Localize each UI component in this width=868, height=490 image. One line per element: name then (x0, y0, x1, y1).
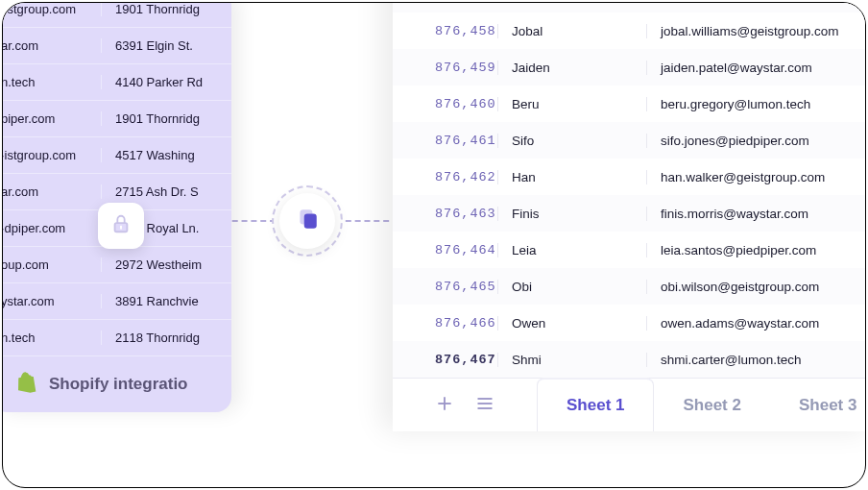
table-row[interactable]: 876,462 Han han.walker@geistgroup.com (393, 159, 866, 195)
table-row: ·istgroup.com 4517 Washing (2, 137, 231, 174)
table-row: ar.com 6391 Elgin St. (2, 28, 231, 64)
cell-email: jobal.williams@geistgroup.com (647, 24, 839, 38)
tab-sheet-1[interactable]: Sheet 1 (537, 378, 654, 431)
table-row[interactable]: 876,458 Jobal jobal.williams@geistgroup.… (393, 12, 866, 49)
copy-badge (279, 193, 335, 249)
cell-email: jaiden.patel@waystar.com (647, 61, 812, 75)
table-row: piper.com 1901 Thornridg (2, 101, 231, 137)
cell-domain: ar.com (2, 38, 102, 53)
table-row: oup.com 2972 Westheim (2, 247, 231, 283)
cell-id: 876,461 (393, 134, 498, 148)
cell-name: Obi (498, 280, 647, 294)
tab-sheet-2[interactable]: Sheet 2 (654, 379, 769, 432)
tab-sheet-3[interactable]: Sheet 3 (770, 379, 866, 432)
cell-name: Sifo (498, 134, 647, 148)
table-row: n.tech 4140 Parker Rd (2, 64, 231, 101)
cell-id: 876,464 (393, 243, 498, 257)
right-table: 876,458 Jobal jobal.williams@geistgroup.… (393, 2, 866, 378)
cell-domain: ystar.com (2, 294, 102, 308)
cell-address: 1901 Thornridg (102, 111, 200, 126)
cell-domain: n.tech (2, 75, 102, 89)
cell-name: Finis (498, 207, 647, 221)
tabs-bar: Sheet 1 Sheet 2 Sheet 3 (393, 378, 866, 431)
svg-rect-1 (120, 226, 122, 230)
cell-name: Han (498, 170, 647, 184)
cell-address: 1901 Thornridg (102, 2, 200, 16)
cell-domain: piper.com (2, 111, 102, 126)
cell-name: Shmi (498, 353, 647, 367)
plus-icon[interactable] (435, 394, 454, 417)
cell-domain: ·istgroup.com (2, 2, 102, 16)
shopify-row[interactable]: Shopify integratio (2, 356, 231, 412)
cell-address: 4517 Washing (102, 148, 195, 162)
cell-id: 876,462 (393, 170, 498, 184)
app-container: ·istgroup.com 1901 Thornridg ar.com 6391… (2, 2, 866, 488)
cell-email: beru.gregory@lumon.tech (647, 97, 810, 111)
lock-icon (110, 213, 132, 238)
cell-id: 876,465 (393, 280, 498, 294)
right-panel: 876,458 Jobal jobal.williams@geistgroup.… (393, 2, 866, 431)
cell-name: Jobal (498, 24, 647, 38)
cell-email: han.walker@geistgroup.com (647, 170, 825, 184)
cell-address: 2118 Thornridg (102, 331, 200, 345)
cell-id: 876,458 (393, 24, 498, 38)
cell-name: Beru (498, 97, 647, 111)
cell-address: 4140 Parker Rd (102, 75, 203, 89)
table-row (393, 2, 866, 12)
cell-id: 876,466 (393, 316, 498, 331)
cell-id: 876,467 (393, 353, 498, 367)
menu-icon[interactable] (475, 394, 494, 417)
cell-email: sifo.jones@piedpiper.com (647, 134, 809, 148)
table-row[interactable]: 876,464 Leia leia.santos@piedpiper.com (393, 232, 866, 268)
cell-address: 2972 Westheim (102, 257, 202, 272)
table-row[interactable]: 876,465 Obi obi.wilson@geistgroup.com (393, 268, 866, 305)
tab-controls (393, 394, 537, 417)
cell-domain: ·istgroup.com (2, 148, 102, 162)
cell-domain: oup.com (2, 257, 102, 272)
table-row: n.tech 2118 Thornridg (2, 320, 231, 356)
table-row[interactable]: 876,467 Shmi shmi.carter@lumon.tech (393, 341, 866, 378)
table-row[interactable]: 876,459 Jaiden jaiden.patel@waystar.com (393, 49, 866, 86)
cell-email: owen.adams@waystar.com (647, 316, 819, 331)
cell-email: shmi.carter@lumon.tech (647, 353, 802, 367)
shopify-icon (18, 372, 37, 397)
cell-email: obi.wilson@geistgroup.com (647, 280, 819, 294)
cell-name: Owen (498, 316, 647, 331)
lock-badge (98, 203, 144, 249)
table-row[interactable]: 876,461 Sifo sifo.jones@piedpiper.com (393, 122, 866, 159)
copy-icon (295, 207, 320, 235)
table-row: ystar.com 3891 Ranchvie (2, 283, 231, 320)
cell-domain: ·dpiper.com (2, 221, 102, 235)
cell-domain: ar.com (2, 184, 102, 199)
svg-rect-3 (304, 214, 317, 229)
cell-email: leia.santos@piedpiper.com (647, 243, 816, 257)
table-row[interactable]: 876,463 Finis finis.morris@waystar.com (393, 195, 866, 232)
cell-address: 2715 Ash Dr. S (102, 184, 199, 199)
cell-id: 876,460 (393, 97, 498, 111)
shopify-label: Shopify integratio (49, 375, 188, 394)
cell-address: 3891 Ranchvie (102, 294, 199, 308)
cell-address: 6391 Elgin St. (102, 38, 193, 53)
cell-name: Leia (498, 243, 647, 257)
table-row: ·istgroup.com 1901 Thornridg (2, 2, 231, 28)
cell-domain: n.tech (2, 331, 102, 345)
cell-email: finis.morris@waystar.com (647, 207, 808, 221)
table-row[interactable]: 876,466 Owen owen.adams@waystar.com (393, 305, 866, 341)
cell-name: Jaiden (498, 61, 647, 75)
copy-badge-outer (272, 185, 343, 257)
table-row[interactable]: 876,460 Beru beru.gregory@lumon.tech (393, 86, 866, 122)
cell-id: 876,459 (393, 61, 498, 75)
cell-id: 876,463 (393, 207, 498, 221)
